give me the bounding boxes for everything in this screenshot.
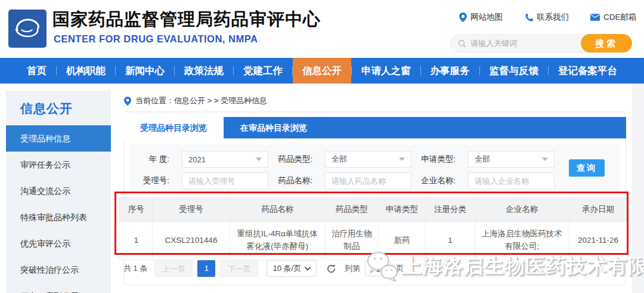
col-header-date: 承办日期 [569, 198, 627, 222]
header-searchbar: 请输入关键词 搜索 [450, 34, 632, 53]
page-right-margin [632, 84, 644, 293]
apply-type-select-value: 全部 [475, 154, 490, 165]
drug-type-select-value: 全部 [332, 154, 347, 165]
tab-under-review-catalog[interactable]: 在审品种目录浏览 [224, 117, 324, 138]
prev-page-button[interactable]: 上一页 [154, 260, 193, 277]
cell-date: 2021-11-26 [569, 222, 627, 260]
col-header-drug-name: 药品名称 [230, 198, 325, 222]
breadcrumb-label: 当前位置：信息公开 > > 受理品种信息 [135, 95, 267, 106]
pagination-total: 共 1 条 [123, 263, 147, 274]
accept-no-input[interactable] [182, 172, 268, 189]
refresh-icon[interactable] [326, 264, 336, 274]
search-icon [458, 39, 466, 48]
next-page-button[interactable]: 下一页 [220, 260, 258, 277]
nav-item-functions[interactable]: 机构职能 [57, 58, 115, 84]
contact-link[interactable]: 联系我们 [524, 12, 569, 23]
mailbox-label: CDE邮箱 [603, 12, 637, 23]
apply-type-select[interactable]: 全部 [468, 151, 555, 168]
contact-label: 联系我们 [537, 12, 569, 23]
cell-drug-type: 治疗用生物制品 [325, 222, 378, 260]
col-header-company: 企业名称 [475, 198, 569, 222]
drug-type-select[interactable]: 全部 [325, 151, 411, 168]
col-header-accept-no: 受理号 [153, 198, 230, 222]
current-page-button[interactable]: 1 [197, 260, 215, 277]
tab-accepted-catalog[interactable]: 受理品种目录浏览 [123, 117, 224, 138]
chevron-down-icon [542, 158, 548, 161]
year-label: 年 度: [132, 154, 169, 165]
col-header-drug-type: 药品类型 [325, 198, 378, 222]
chevron-down-icon [256, 158, 262, 161]
sidebar-item-breakthrough-therapy[interactable]: 突破性治疗公示 [6, 257, 111, 283]
sidebar-item-accepted-varieties[interactable]: 受理品种信息 [6, 125, 111, 152]
site-subtitle: CENTER FOR DRUG EVALUATION, NMPA [54, 33, 258, 45]
pagination: 共 1 条 上一页 1 下一页 10 条/页 到第 页 [123, 260, 404, 277]
goto-label: 到第 [345, 263, 360, 274]
sidebar-item-three-in-one[interactable]: 三合一序列公示 [6, 283, 111, 293]
query-button[interactable]: 查询 [569, 159, 605, 177]
search-input[interactable]: 请输入关键词 [450, 34, 599, 53]
nav-item-info-disclosure[interactable]: 信息公开 [293, 58, 351, 84]
nav-item-party[interactable]: 党建工作 [234, 58, 292, 84]
company-input[interactable] [468, 172, 555, 189]
drug-name-input[interactable] [325, 172, 411, 189]
search-button[interactable]: 搜索 [581, 34, 632, 53]
drug-type-label: 药品类型: [275, 154, 312, 165]
sidebar-title: 信息公开 [6, 91, 111, 125]
location-pin-icon [459, 13, 467, 22]
goto-unit: 页 [396, 263, 404, 274]
chevron-down-icon [399, 158, 405, 161]
sidebar-item-review-tasks[interactable]: 审评任务公示 [6, 152, 111, 178]
cell-drug-name: 重组抗IL-4Rα单域抗体雾化液(毕赤酵母) [230, 222, 325, 260]
site-title: 国家药品监督管理局药品审评中心 [52, 8, 321, 32]
cell-accept-no: CXSL2101446 [153, 222, 230, 260]
page-size-select[interactable]: 10 条/页 [267, 260, 317, 277]
col-header-apply-type: 申请类型 [378, 198, 425, 222]
year-select[interactable]: 2021 [182, 151, 268, 168]
sidebar-item-special-approval[interactable]: 特殊审批品种列表 [6, 204, 111, 230]
table-row: 1 CXSL2101446 重组抗IL-4Rα单域抗体雾化液(毕赤酵母) 治疗用… [120, 222, 627, 260]
mailbox-link[interactable]: CDE邮箱 [590, 12, 637, 23]
site-header: 国家药品监督管理局药品审评中心 CENTER FOR DRUG EVALUATI… [0, 0, 644, 58]
cell-apply-type: 新药 [378, 222, 425, 260]
nav-item-registration-platform[interactable]: 登记备案平台 [549, 58, 627, 84]
accept-no-label: 受理号: [132, 175, 169, 186]
drug-name-label: 药品名称: [275, 175, 312, 186]
content-tabbar: 受理品种目录浏览 在审品种目录浏览 [123, 117, 626, 138]
filter-panel: 年 度: 2021 药品类型: 全部 申请类型: 全部 受理号: 药品名称: 企… [130, 144, 620, 191]
header-quick-links: 网站地图 联系我们 CDE邮箱 [459, 12, 637, 23]
sitemap-link[interactable]: 网站地图 [459, 12, 503, 23]
cell-index: 1 [120, 222, 153, 260]
sidebar-item-priority-review[interactable]: 优先审评公示 [6, 230, 111, 257]
cde-logo [8, 10, 47, 48]
phone-icon [524, 13, 533, 22]
table-header-row: 序号 受理号 药品名称 药品类型 申请类型 注册分类 企业名称 承办日期 [120, 198, 627, 222]
mail-icon [590, 14, 600, 21]
breadcrumb-divider [123, 112, 626, 112]
sidebar: 信息公开 受理品种信息 审评任务公示 沟通交流公示 特殊审批品种列表 优先审评公… [6, 91, 111, 293]
sitemap-label: 网站地图 [470, 12, 503, 23]
main-nav: 首页 机构职能 新闻中心 政策法规 党建工作 信息公开 申请人之窗 办事服务 监… [0, 58, 644, 84]
cell-company: 上海洛启生物医药技术有限公司; [475, 222, 569, 260]
col-header-index: 序号 [120, 198, 153, 222]
year-select-value: 2021 [188, 155, 206, 164]
search-placeholder: 请输入关键词 [470, 38, 517, 49]
nav-item-news[interactable]: 新闻中心 [116, 58, 174, 84]
nav-item-supervision[interactable]: 监督与反馈 [480, 58, 549, 84]
breadcrumb-pin-icon [124, 97, 131, 106]
nav-item-services[interactable]: 办事服务 [421, 58, 479, 84]
results-table: 序号 受理号 药品名称 药品类型 申请类型 注册分类 企业名称 承办日期 1 C… [119, 197, 627, 260]
goto-page-input[interactable] [365, 261, 391, 276]
breadcrumb: 当前位置：信息公开 > > 受理品种信息 [124, 95, 267, 106]
company-label: 企业名称: [419, 175, 456, 186]
apply-type-label: 申请类型: [419, 154, 456, 165]
chevron-down-icon [305, 267, 311, 271]
nav-item-home[interactable]: 首页 [17, 58, 56, 84]
col-header-reg-class: 注册分类 [426, 198, 475, 222]
cell-reg-class: 1 [426, 222, 475, 260]
nav-item-policy[interactable]: 政策法规 [175, 58, 233, 84]
page-size-value: 10 条/页 [273, 263, 301, 274]
sidebar-item-communication[interactable]: 沟通交流公示 [6, 178, 111, 204]
nav-item-applicant[interactable]: 申请人之窗 [352, 58, 420, 84]
